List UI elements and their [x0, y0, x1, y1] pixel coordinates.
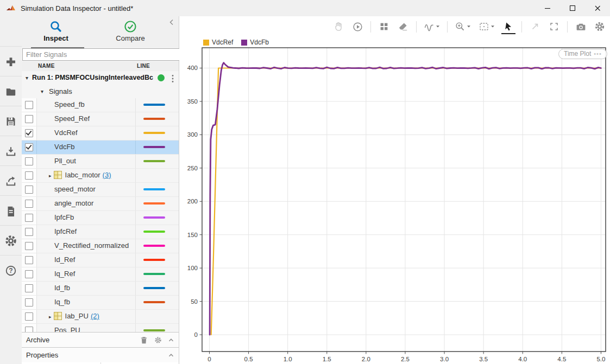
time-plot[interactable]: 00.51.01.52.02.53.03.54.04.55.0050100150…: [179, 33, 610, 364]
signal-checkbox[interactable]: [25, 157, 33, 165]
data-cursors-button[interactable]: [423, 19, 441, 34]
matrix-signal-icon: [54, 312, 62, 320]
signal-checkbox[interactable]: [25, 186, 33, 194]
properties-bar[interactable]: Properties: [22, 347, 179, 363]
line-style-cell: [135, 239, 179, 253]
signal-checkbox[interactable]: [25, 171, 33, 180]
signal-checkbox[interactable]: [25, 228, 33, 236]
pointer-button[interactable]: [501, 19, 515, 34]
signal-checkbox[interactable]: [25, 200, 33, 208]
signal-row-IpfcRef[interactable]: IpfcRef: [22, 225, 179, 239]
fullscreen-button[interactable]: [547, 19, 561, 34]
plot-settings-button[interactable]: [593, 19, 607, 34]
signal-checkbox[interactable]: [25, 256, 33, 264]
signal-checkbox[interactable]: [25, 115, 33, 123]
signal-row-Id_fb[interactable]: Id_fb: [22, 282, 179, 296]
signal-row-IpfcFb[interactable]: IpfcFb: [22, 211, 179, 225]
chevron-up-icon[interactable]: [168, 352, 174, 359]
checkbox-cell: [22, 267, 37, 281]
signal-name-cell: Speed_Ref: [37, 112, 135, 126]
expand-arrow-icon[interactable]: ▸: [49, 173, 52, 178]
signal-checkbox[interactable]: [25, 101, 33, 109]
signal-row-VdcFb[interactable]: VdcFb: [22, 141, 179, 155]
zoom-button[interactable]: [454, 19, 472, 34]
signal-row-speed_motor[interactable]: speed_motor: [22, 183, 179, 197]
fit-to-view-button[interactable]: [477, 19, 496, 34]
chevron-down-icon: [490, 25, 495, 28]
signal-checkbox[interactable]: [25, 327, 33, 332]
chevron-down-icon: [436, 25, 440, 28]
signal-checkbox[interactable]: [25, 214, 33, 222]
signal-row-Speed_fb[interactable]: Speed_fb: [22, 98, 179, 112]
signal-row-Iab_PU[interactable]: ▸Iab_PU(2): [22, 310, 179, 324]
close-button[interactable]: [585, 0, 610, 16]
svg-text:50: 50: [191, 298, 198, 305]
fit-to-view-icon: [479, 21, 489, 32]
pan-button[interactable]: [331, 19, 345, 34]
signal-row-V_Rectified_normalized[interactable]: V_Rectified_normalized: [22, 239, 179, 253]
signal-checkbox[interactable]: [25, 270, 33, 278]
svg-text:0.5: 0.5: [244, 356, 253, 362]
svg-text:2.0: 2.0: [362, 356, 370, 362]
replay-button[interactable]: [350, 19, 364, 34]
export-button[interactable]: [0, 165, 22, 196]
signal-row-VdcRef[interactable]: VdcRef: [22, 126, 179, 141]
signal-checkbox[interactable]: [25, 129, 33, 137]
kebab-icon: [171, 74, 174, 83]
signal-checkbox[interactable]: [25, 298, 33, 306]
chevron-up-icon[interactable]: [168, 337, 174, 343]
clear-plots-button[interactable]: [396, 19, 410, 34]
help-icon: ?: [4, 264, 17, 277]
signal-checkbox[interactable]: [25, 284, 33, 292]
expand-arrow-icon[interactable]: ▸: [49, 314, 52, 320]
collapse-arrow-icon[interactable]: ▾: [41, 85, 43, 98]
import-button[interactable]: [0, 136, 22, 166]
trash-icon[interactable]: [140, 336, 148, 344]
report-button[interactable]: [0, 195, 22, 226]
signals-group-row[interactable]: ▾ Signals: [22, 85, 179, 99]
filter-signals-input[interactable]: [22, 48, 185, 61]
help-button[interactable]: ?: [0, 255, 22, 285]
signal-row-Iabc_motor[interactable]: ▸Iabc_motor(3): [22, 169, 179, 183]
run-row[interactable]: ▾ Run 1: PMSMFOCUsingInterleavedBc: [22, 71, 179, 85]
save-button[interactable]: [0, 106, 22, 136]
snapshot-button[interactable]: [574, 19, 588, 34]
tab-bar: Inspect Compare: [22, 16, 179, 48]
tab-compare[interactable]: Compare: [98, 17, 163, 46]
signal-row-Pos_PU[interactable]: Pos_PU: [22, 324, 179, 332]
signal-row-Pll_out[interactable]: Pll_out: [22, 155, 179, 169]
signal-name-cell: Id_fb: [37, 282, 135, 295]
plus-icon: [5, 56, 17, 68]
signal-count-link[interactable]: (3): [103, 171, 111, 179]
open-button[interactable]: [0, 76, 22, 106]
expand-plot-button[interactable]: [528, 19, 542, 34]
collapse-sidebar-button[interactable]: [168, 18, 177, 27]
preferences-button[interactable]: [0, 225, 22, 256]
signal-checkbox[interactable]: [25, 312, 33, 321]
layout-button[interactable]: [377, 19, 391, 34]
line-color-swatch: [143, 118, 165, 120]
maximize-button[interactable]: [560, 0, 585, 16]
signal-count-link[interactable]: (2): [91, 312, 99, 320]
signal-checkbox[interactable]: [25, 242, 33, 250]
report-icon: [5, 205, 17, 217]
line-color-swatch: [143, 231, 165, 233]
new-button[interactable]: [0, 46, 22, 76]
signal-row-Id_Ref[interactable]: Id_Ref: [22, 253, 179, 267]
signal-row-Iq_Ref[interactable]: Iq_Ref: [22, 267, 179, 282]
signal-row-Speed_Ref[interactable]: Speed_Ref: [22, 112, 179, 126]
tab-inspect[interactable]: Inspect: [23, 17, 89, 46]
signal-row-Iq_fb[interactable]: Iq_fb: [22, 296, 179, 310]
archive-bar[interactable]: Archive: [22, 332, 179, 348]
signal-wave-icon: [424, 21, 435, 32]
svg-text:250: 250: [187, 165, 198, 171]
gear-icon[interactable]: [154, 336, 162, 344]
line-style-cell: [135, 197, 179, 210]
checkbox-cell: [22, 183, 37, 196]
plot-type-badge[interactable]: Time Plot•••: [558, 49, 607, 59]
checkbox-cell: [22, 141, 37, 154]
signal-row-angle_motor[interactable]: angle_motor: [22, 197, 179, 211]
collapse-arrow-icon[interactable]: ▾: [26, 71, 28, 85]
signal-checkbox[interactable]: [25, 143, 33, 151]
minimize-button[interactable]: [535, 0, 560, 16]
